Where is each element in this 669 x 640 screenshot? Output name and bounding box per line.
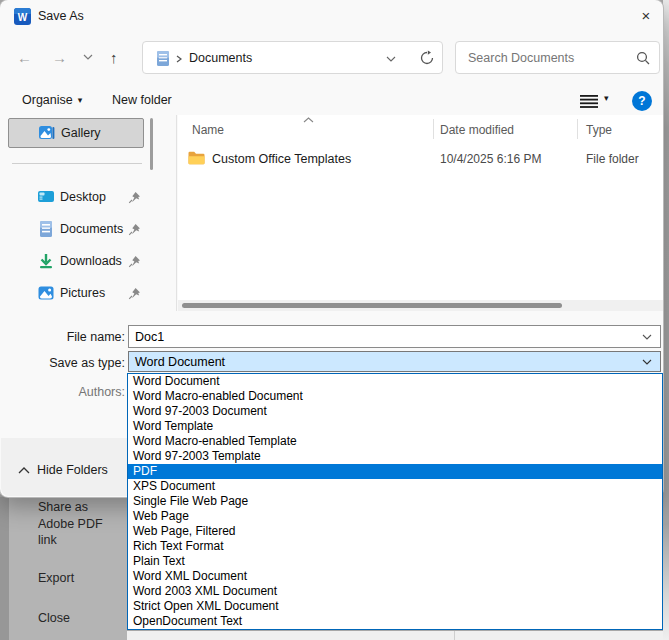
sidebar-item-label: Pictures — [60, 286, 105, 300]
pin-icon — [128, 287, 141, 300]
refresh-icon[interactable] — [419, 50, 435, 66]
save-as-type-label: Save as type: — [0, 356, 125, 370]
hide-folders-button[interactable]: Hide Folders — [37, 463, 108, 477]
dropdown-item[interactable]: Word Template — [128, 419, 662, 434]
file-row-date-modified[interactable]: 10/4/2025 6:16 PM — [440, 152, 541, 166]
word-app-icon: W — [14, 8, 31, 25]
pin-icon — [128, 191, 141, 204]
chevron-up-icon[interactable] — [18, 467, 30, 474]
close-icon[interactable]: × — [633, 4, 659, 28]
file-list-background — [178, 115, 663, 311]
new-folder-button[interactable]: New folder — [112, 93, 172, 107]
file-name-combobox — [128, 325, 661, 348]
breadcrumb[interactable]: Documents — [189, 51, 252, 65]
dropdown-item[interactable]: Word Macro-enabled Template — [128, 434, 662, 449]
gallery-icon — [39, 125, 55, 141]
search-icon[interactable] — [636, 51, 650, 65]
horizontal-scrollbar[interactable] — [178, 300, 663, 311]
backstage-share-as-adobe-pdf-link[interactable]: Share as Adobe PDF link — [38, 499, 118, 549]
recent-locations-chevron-icon[interactable] — [83, 54, 93, 60]
pin-icon — [128, 255, 141, 268]
column-header-date-modified[interactable]: Date modified — [440, 123, 514, 137]
forward-icon[interactable]: → — [52, 48, 67, 68]
backstage-right-strip — [663, 0, 669, 640]
dropdown-item[interactable]: Single File Web Page — [128, 494, 662, 509]
dropdown-item[interactable]: Web Page — [128, 509, 662, 524]
search-input[interactable] — [458, 44, 628, 71]
dropdown-item[interactable]: Plain Text — [128, 554, 662, 569]
sidebar-item-documents[interactable]: Documents — [0, 218, 160, 242]
downloads-icon — [38, 253, 54, 269]
sidebar-item-desktop[interactable]: Desktop — [0, 186, 160, 210]
documents-folder-icon — [156, 51, 170, 66]
column-header-name[interactable]: Name — [192, 123, 224, 137]
file-name-chevron-icon[interactable] — [642, 334, 652, 340]
documents-icon — [38, 221, 54, 237]
sidebar-item-label: Downloads — [60, 254, 122, 268]
file-name-input[interactable] — [129, 326, 635, 347]
file-row-name[interactable]: Custom Office Templates — [212, 152, 351, 166]
organise-button[interactable]: Organise▾ — [22, 93, 82, 107]
save-as-type-combobox[interactable]: Word Document — [128, 351, 661, 372]
dropdown-item-selected[interactable]: PDF — [128, 464, 662, 479]
sidebar-item-label: Gallery — [61, 126, 101, 140]
dropdown-item[interactable]: Word 97-2003 Template — [128, 449, 662, 464]
backstage-edge — [0, 497, 9, 640]
organise-caret-icon: ▾ — [78, 95, 83, 105]
back-icon[interactable]: ← — [17, 48, 32, 68]
up-icon[interactable]: ↑ — [110, 48, 118, 68]
authors-label: Authors: — [0, 385, 125, 399]
dropdown-item[interactable]: Rich Text Format — [128, 539, 662, 554]
address-bar[interactable]: Documents — [142, 41, 443, 74]
pane-divider — [176, 115, 177, 311]
pictures-icon — [38, 285, 54, 301]
pin-icon — [128, 223, 141, 236]
view-options-caret-icon[interactable]: ▾ — [604, 93, 609, 103]
file-name-label: File name: — [0, 330, 125, 344]
backstage-bottom-strip — [127, 631, 663, 640]
organise-label: Organise — [22, 93, 73, 107]
breadcrumb-chevron-icon — [176, 55, 182, 63]
save-as-type-chevron-icon[interactable] — [642, 359, 652, 365]
dropdown-item[interactable]: Word Document — [128, 374, 662, 389]
dropdown-item[interactable]: OpenDocument Text — [128, 614, 662, 629]
sidebar-item-label: Documents — [60, 222, 123, 236]
window-title: Save As — [38, 9, 84, 23]
column-divider[interactable] — [577, 119, 578, 139]
sidebar-item-downloads[interactable]: Downloads — [0, 250, 160, 274]
address-dropdown-chevron-icon[interactable] — [386, 56, 396, 62]
sidebar-scrollbar[interactable] — [150, 118, 153, 170]
backstage-divider — [454, 631, 455, 640]
dropdown-item[interactable]: Word XML Document — [128, 569, 662, 584]
save-as-type-dropdown-list: Word Document Word Macro-enabled Documen… — [127, 373, 663, 630]
dropdown-item[interactable]: Word 2003 XML Document — [128, 584, 662, 599]
svg-text:W: W — [18, 12, 28, 23]
title-bar: W Save As × — [0, 0, 663, 32]
sort-ascending-icon — [303, 117, 314, 123]
dropdown-item[interactable]: Word 97-2003 Document — [128, 404, 662, 419]
dropdown-item[interactable]: Web Page, Filtered — [128, 524, 662, 539]
sidebar-item-gallery[interactable]: Gallery — [8, 118, 144, 148]
horizontal-scrollbar-thumb[interactable] — [182, 303, 562, 308]
sidebar-item-label: Desktop — [60, 190, 106, 204]
sidebar-item-pictures[interactable]: Pictures — [0, 282, 160, 306]
search-box — [455, 41, 660, 74]
help-icon[interactable]: ? — [632, 91, 652, 111]
dropdown-item[interactable]: Strict Open XML Document — [128, 599, 662, 614]
dropdown-item[interactable]: XPS Document — [128, 479, 662, 494]
backstage-panel: Share as Adobe PDF link Export Close — [0, 497, 127, 640]
backstage-export[interactable]: Export — [38, 570, 74, 587]
dropdown-item[interactable]: Word Macro-enabled Document — [128, 389, 662, 404]
folder-icon — [188, 151, 205, 165]
backstage-close[interactable]: Close — [38, 610, 70, 627]
desktop-icon — [38, 189, 54, 205]
view-details-icon[interactable] — [580, 95, 598, 108]
save-as-type-value: Word Document — [135, 355, 225, 369]
file-row-type[interactable]: File folder — [586, 152, 639, 166]
sidebar-separator — [12, 163, 142, 164]
column-divider[interactable] — [433, 119, 434, 139]
save-as-screen: Share as Adobe PDF link Export Close W S… — [0, 0, 669, 640]
column-header-type[interactable]: Type — [586, 123, 612, 137]
